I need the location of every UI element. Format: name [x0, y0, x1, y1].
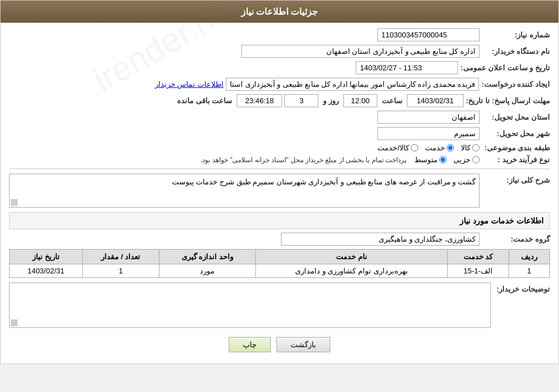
col-vahed: واحد اندازه گیری — [159, 250, 255, 264]
col-tarikh: تاریخ نیاز — [10, 250, 83, 264]
tabaqe-radio-group: کالا خدمت کالا/خدمت — [377, 144, 480, 152]
ijad-konande-value: فریده محمدی زاده کارشناس امور بیمانها اد… — [226, 78, 479, 91]
mohlat-mande-label: ساعت باقی مانده — [177, 96, 232, 105]
button-group: بازگشت چاپ — [9, 337, 550, 352]
cell-tarikh: 1403/02/31 — [10, 264, 83, 278]
shahr-row: شهر محل تحویل: سمیرم — [9, 127, 550, 140]
sharh-koli-value: گشت و مراقبت از عرصه های منابع طبیعی و آ… — [172, 178, 476, 186]
mohlat-roz-label: روز و — [323, 96, 339, 105]
ostan-row: استان محل تحویل: اصفهان — [9, 111, 550, 124]
page-title: جزئیات اطلاعات نیاز — [241, 7, 318, 16]
tarikh-value: 1403/02/27 - 11:53 — [356, 61, 458, 74]
divider-1 — [9, 168, 550, 169]
mohlat-roz: 3 — [284, 94, 318, 107]
ijad-konande-label: ایجاد کننده درخواست: — [481, 80, 550, 88]
noe-farayand-row: نوع فرآیند خرید : جزیی متوسط پرداخت تمام… — [9, 155, 550, 164]
sharh-koli-row: شرح کلی نیاز: گشت و مراقبت از عرصه های م… — [9, 174, 550, 208]
khadamat-section-title: اطلاعات خدمات مورد نیاز — [9, 212, 550, 229]
service-table: ردیف کد خدمت نام خدمت واحد اندازه گیری ت… — [9, 249, 550, 278]
nam-dastgah-value: اداره کل منابع طبیعی و آبخیزداری استان ا… — [241, 45, 480, 58]
tosih-row: توضیحات خریدار: — [9, 283, 550, 328]
ijad-konande-link[interactable]: اطلاعات تماس خریدار — [155, 80, 224, 88]
tarikh-row: تاریخ و ساعت اعلان عمومی: 1403/02/27 - 1… — [9, 61, 550, 74]
ijad-konande-row: ایجاد کننده درخواست: فریده محمدی زاده کا… — [9, 78, 550, 91]
tabaqe-row: طبقه بندی موضوعی: کالا خدمت کالا/خدمت — [9, 144, 550, 152]
tosih-box — [9, 283, 491, 328]
cell-kod: الف-1-15 — [448, 264, 509, 278]
table-header-row: ردیف کد خدمت نام خدمت واحد اندازه گیری ت… — [10, 250, 550, 264]
shahr-value: سمیرم — [377, 127, 480, 140]
tabaqe-kala[interactable]: کالا — [461, 144, 480, 152]
shahr-label: شهر محل تحویل: — [482, 129, 550, 138]
service-table-body: 1 الف-1-15 بهره‌برداری توام کشاورزی و دا… — [10, 264, 550, 278]
col-kod: کد خدمت — [448, 250, 509, 264]
grouh-khadamat-row: گروه خدمت: کشاورزی، جنگلداری و ماهیگیری — [9, 233, 550, 246]
tabaqe-khadamat[interactable]: خدمت — [425, 144, 454, 152]
cell-tedad: 1 — [82, 264, 159, 278]
shomare-niaz-label: شماره نیاز: — [482, 31, 550, 39]
mohlat-date: 1403/02/31 — [407, 94, 464, 107]
page-header: جزئیات اطلاعات نیاز — [1, 1, 558, 23]
noe-farayand-label: نوع فرآیند خرید : — [482, 155, 550, 164]
mohlat-row: مهلت ارسال پاسخ: تا تاریخ: 1403/02/31 سا… — [9, 94, 550, 107]
tabaqe-kala-khadamat[interactable]: کالا/خدمت — [377, 144, 418, 152]
table-row: 1 الف-1-15 بهره‌برداری توام کشاورزی و دا… — [10, 264, 550, 278]
col-radif: ردیف — [508, 250, 549, 264]
page-wrapper: irender.net جزئیات اطلاعات نیاز شماره نی… — [0, 0, 559, 364]
tarikh-label: تاریخ و ساعت اعلان عمومی: — [460, 64, 550, 72]
cell-vahed: مورد — [159, 264, 255, 278]
mohlat-label: مهلت ارسال پاسخ: تا تاریخ: — [466, 96, 550, 105]
shomare-niaz-value: 1103003457000045 — [377, 28, 480, 41]
cell-nam: بهره‌برداری توام کشاورزی و دامداری — [255, 264, 447, 278]
noe-mottavas[interactable]: متوسط — [414, 155, 447, 164]
cell-radif: 1 — [508, 264, 549, 278]
mohlat-saat-label: ساعت — [382, 96, 402, 105]
grouh-khadamat-label: گروه خدمت: — [482, 235, 550, 243]
back-button[interactable]: بازگشت — [276, 337, 330, 352]
col-nam: نام خدمت — [255, 250, 447, 264]
grouh-khadamat-value: کشاورزی، جنگلداری و ماهیگیری — [281, 233, 480, 246]
tabaqe-label: طبقه بندی موضوعی: — [482, 144, 550, 152]
noe-farayand-note: پرداخت تمام یا بخشی از مبلغ خریداز محل "… — [200, 156, 406, 164]
shomare-niaz-row: شماره نیاز: 1103003457000045 — [9, 28, 550, 41]
noe-farayand-radio-group: جزیی متوسط — [414, 155, 480, 164]
mohlat-mande: 23:46:18 — [237, 94, 282, 107]
nam-dastgah-row: نام دستگاه خریدار: اداره کل منابع طبیعی … — [9, 45, 550, 58]
mohlat-saat: 12:00 — [343, 94, 377, 107]
sharh-koli-label: شرح کلی نیاز: — [482, 174, 550, 184]
print-button[interactable]: چاپ — [229, 337, 271, 352]
ostan-label: استان محل تحویل: — [482, 113, 550, 121]
tosih-label: توضیحات خریدار: — [493, 283, 550, 293]
service-table-header: ردیف کد خدمت نام خدمت واحد اندازه گیری ت… — [10, 250, 550, 264]
nam-dastgah-label: نام دستگاه خریدار: — [482, 47, 550, 56]
noe-jozi[interactable]: جزیی — [453, 155, 480, 164]
col-tedad: تعداد / مقدار — [82, 250, 159, 264]
sharh-koli-box: گشت و مراقبت از عرصه های منابع طبیعی و آ… — [9, 174, 480, 208]
ostan-value: اصفهان — [377, 111, 480, 124]
